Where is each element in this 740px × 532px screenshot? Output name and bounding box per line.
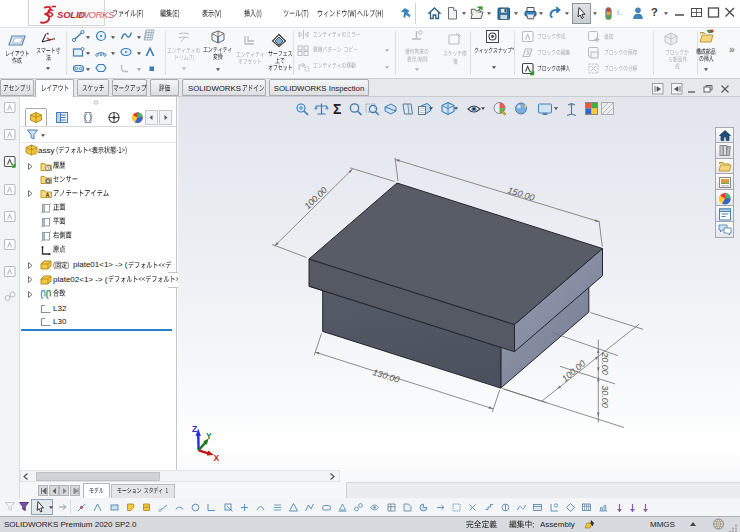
svg-text:X: X — [214, 453, 220, 463]
svg-text:Y: Y — [206, 431, 212, 441]
svg-text:Z: Z — [192, 424, 197, 434]
